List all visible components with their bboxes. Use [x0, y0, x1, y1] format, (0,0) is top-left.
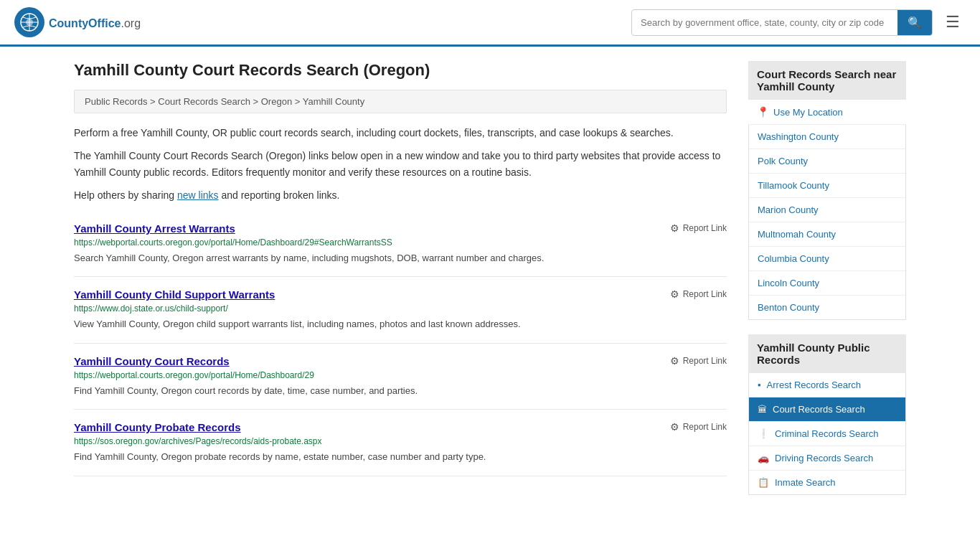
- result-url[interactable]: https://webportal.courts.oregon.gov/port…: [74, 237, 727, 248]
- nearby-counties-list: Washington CountyPolk CountyTillamook Co…: [748, 125, 906, 320]
- page-container: Yamhill County Court Records Search (Ore…: [60, 47, 920, 524]
- nearby-county-item: Benton County: [749, 296, 905, 319]
- report-link[interactable]: ⚙ Report Link: [670, 222, 727, 234]
- public-record-label: Criminal Records Search: [775, 428, 879, 439]
- public-record-label: Court Records Search: [773, 404, 865, 415]
- result-description: Find Yamhill County, Oregon court record…: [74, 384, 727, 398]
- report-link[interactable]: ⚙ Report Link: [670, 288, 727, 300]
- nearby-county-link[interactable]: Tillamook County: [749, 174, 905, 197]
- public-record-label: Driving Records Search: [775, 453, 873, 463]
- public-record-item: ▪ Arrest Records Search: [749, 373, 905, 397]
- breadcrumb-link-court-records[interactable]: Court Records Search: [158, 96, 250, 107]
- nearby-heading: Court Records Search near Yamhill County: [748, 61, 906, 100]
- logo-area: CountyOffice.org: [14, 7, 141, 37]
- description-3: Help others by sharing new links and rep…: [74, 187, 727, 203]
- public-record-link[interactable]: 🏛 Court Records Search: [749, 397, 905, 421]
- breadcrumb-link-oregon[interactable]: Oregon: [261, 96, 292, 107]
- breadcrumb-current: Yamhill County: [303, 96, 364, 107]
- public-record-item: 🚗 Driving Records Search: [749, 446, 905, 471]
- public-record-link[interactable]: ❕ Criminal Records Search: [749, 422, 905, 446]
- nearby-county-item: Marion County: [749, 198, 905, 222]
- page-title: Yamhill County Court Records Search (Ore…: [74, 61, 727, 80]
- nearby-county-link[interactable]: Multnomah County: [749, 222, 905, 246]
- nearby-county-item: Washington County: [749, 125, 905, 149]
- result-description: Find Yamhill County, Oregon probate reco…: [74, 450, 727, 464]
- nearby-county-item: Tillamook County: [749, 174, 905, 198]
- result-header: Yamhill County Arrest Warrants ⚙ Report …: [74, 222, 727, 235]
- nearby-county-link[interactable]: Washington County: [749, 125, 905, 149]
- report-icon: ⚙: [670, 421, 679, 433]
- hamburger-menu-icon[interactable]: ☰: [940, 10, 966, 34]
- result-item: Yamhill County Probate Records ⚙ Report …: [74, 410, 727, 476]
- result-url[interactable]: https://sos.oregon.gov/archives/Pages/re…: [74, 436, 727, 446]
- public-record-item: ❕ Criminal Records Search: [749, 422, 905, 446]
- results-list: Yamhill County Arrest Warrants ⚙ Report …: [74, 211, 727, 476]
- public-record-item: 📋 Inmate Search: [749, 471, 905, 494]
- result-title[interactable]: Yamhill County Court Records: [74, 355, 230, 367]
- main-content: Yamhill County Court Records Search (Ore…: [74, 61, 727, 509]
- result-item: Yamhill County Child Support Warrants ⚙ …: [74, 277, 727, 344]
- report-icon: ⚙: [670, 288, 679, 300]
- result-title[interactable]: Yamhill County Probate Records: [74, 421, 241, 433]
- report-link[interactable]: ⚙ Report Link: [670, 421, 727, 433]
- sidebar: Court Records Search near Yamhill County…: [748, 61, 906, 509]
- result-description: Search Yamhill County, Oregon arrest war…: [74, 251, 727, 265]
- result-header: Yamhill County Child Support Warrants ⚙ …: [74, 288, 727, 301]
- header-right: 🔍 ☰: [631, 9, 966, 36]
- breadcrumb: Public Records > Court Records Search > …: [74, 90, 727, 113]
- result-item: Yamhill County Court Records ⚙ Report Li…: [74, 344, 727, 410]
- result-title[interactable]: Yamhill County Arrest Warrants: [74, 222, 235, 235]
- new-links-link[interactable]: new links: [177, 189, 219, 201]
- search-button[interactable]: 🔍: [897, 10, 932, 35]
- result-header: Yamhill County Probate Records ⚙ Report …: [74, 421, 727, 433]
- logo-text: CountyOffice.org: [49, 14, 141, 31]
- record-icon: 📋: [758, 477, 769, 488]
- logo-icon: [14, 7, 44, 37]
- pin-icon: 📍: [757, 106, 769, 118]
- nearby-county-item: Multnomah County: [749, 222, 905, 247]
- public-records-list: ▪ Arrest Records Search 🏛 Court Records …: [748, 373, 906, 495]
- nearby-county-item: Lincoln County: [749, 271, 905, 296]
- nearby-county-link[interactable]: Polk County: [749, 149, 905, 173]
- nearby-county-item: Columbia County: [749, 247, 905, 271]
- public-record-item: 🏛 Court Records Search: [749, 397, 905, 422]
- record-icon: ❕: [758, 428, 769, 439]
- description-2: The Yamhill County Court Records Search …: [74, 148, 727, 180]
- public-record-link[interactable]: 📋 Inmate Search: [749, 471, 905, 494]
- description-1: Perform a free Yamhill County, OR public…: [74, 125, 727, 141]
- result-title[interactable]: Yamhill County Child Support Warrants: [74, 288, 275, 301]
- report-icon: ⚙: [670, 222, 679, 234]
- nearby-section: Court Records Search near Yamhill County…: [748, 61, 906, 320]
- nearby-county-item: Polk County: [749, 149, 905, 174]
- result-url[interactable]: https://webportal.courts.oregon.gov/port…: [74, 370, 727, 380]
- record-icon: 🚗: [758, 453, 769, 463]
- use-location-label: Use My Location: [773, 107, 843, 118]
- result-description: View Yamhill County, Oregon child suppor…: [74, 317, 727, 331]
- breadcrumb-link-public-records[interactable]: Public Records: [85, 96, 147, 107]
- nearby-county-link[interactable]: Marion County: [749, 198, 905, 222]
- record-icon: 🏛: [758, 404, 767, 415]
- public-records-heading: Yamhill County Public Records: [748, 334, 906, 373]
- public-record-link[interactable]: 🚗 Driving Records Search: [749, 446, 905, 470]
- header: CountyOffice.org 🔍 ☰: [0, 0, 980, 47]
- public-records-section: Yamhill County Public Records ▪ Arrest R…: [748, 334, 906, 495]
- result-header: Yamhill County Court Records ⚙ Report Li…: [74, 355, 727, 367]
- search-input[interactable]: [632, 11, 897, 34]
- nearby-county-link[interactable]: Benton County: [749, 296, 905, 319]
- use-location-button[interactable]: 📍 Use My Location: [748, 100, 906, 125]
- result-item: Yamhill County Arrest Warrants ⚙ Report …: [74, 211, 727, 278]
- nearby-county-link[interactable]: Lincoln County: [749, 271, 905, 295]
- record-icon: ▪: [758, 380, 761, 390]
- public-record-label: Inmate Search: [775, 477, 836, 488]
- public-record-label: Arrest Records Search: [767, 380, 862, 390]
- report-icon: ⚙: [670, 355, 679, 367]
- report-link[interactable]: ⚙ Report Link: [670, 355, 727, 367]
- search-bar: 🔍: [631, 9, 933, 36]
- public-record-link[interactable]: ▪ Arrest Records Search: [749, 373, 905, 397]
- nearby-county-link[interactable]: Columbia County: [749, 247, 905, 270]
- result-url[interactable]: https://www.doj.state.or.us/child-suppor…: [74, 303, 727, 314]
